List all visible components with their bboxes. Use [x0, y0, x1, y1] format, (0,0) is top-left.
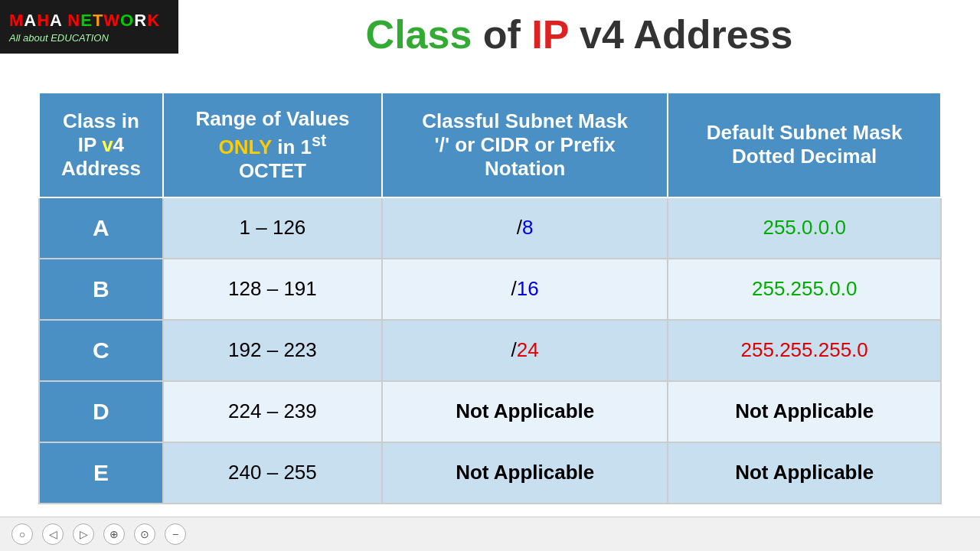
title-class: Class — [366, 12, 472, 57]
col-header-range: Range of Values ONLY in 1st OCTET — [163, 93, 382, 197]
col-header-class: Class in IP v4 Address — [39, 93, 163, 197]
logo: MAHA NETWORK All about EDUCATION — [0, 0, 178, 54]
brand-name: MAHA NETWORK — [9, 11, 160, 31]
tagline: All about EDUCATION — [9, 32, 109, 44]
toolbar-btn-target[interactable]: ⊙ — [134, 523, 155, 545]
cell-range-d: 224 – 239 — [163, 381, 382, 442]
table-row: A 1 – 126 /8 255.0.0.0 — [39, 197, 941, 259]
title-v4: v4 Address — [569, 12, 793, 57]
cell-range-b: 128 – 191 — [163, 259, 382, 320]
col-header-cidr: Classful Subnet Mask '/' or CIDR or Pref… — [382, 93, 668, 197]
table-row: B 128 – 191 /16 255.255.0.0 — [39, 259, 941, 320]
cell-cidr-c: /24 — [382, 320, 668, 381]
toolbar-btn-plus[interactable]: ⊕ — [103, 523, 125, 545]
table-header-row: Class in IP v4 Address Range of Values O… — [39, 93, 941, 197]
cell-default-b: 255.255.0.0 — [668, 259, 941, 320]
cell-default-e: Not Applicable — [668, 442, 941, 504]
cell-range-a: 1 – 126 — [163, 197, 382, 259]
cell-default-c: 255.255.255.0 — [668, 320, 941, 381]
table-container: Class in IP v4 Address Range of Values O… — [38, 92, 942, 505]
toolbar-btn-circle[interactable]: ○ — [11, 523, 33, 545]
cell-class-b: B — [39, 259, 163, 320]
cell-class-e: E — [39, 442, 163, 504]
table-row: D 224 – 239 Not Applicable Not Applicabl… — [39, 381, 941, 442]
cell-class-c: C — [39, 320, 163, 381]
col-header-default: Default Subnet Mask Dotted Decimal — [668, 93, 941, 197]
toolbar-btn-minus[interactable]: − — [165, 523, 186, 545]
cell-class-d: D — [39, 381, 163, 442]
title-ip: IP — [531, 12, 568, 57]
ip-class-table: Class in IP v4 Address Range of Values O… — [38, 92, 942, 504]
cell-cidr-e: Not Applicable — [382, 442, 668, 504]
toolbar-btn-forward[interactable]: ▷ — [73, 523, 94, 545]
cell-cidr-b: /16 — [382, 259, 668, 320]
title-of: of — [472, 12, 531, 57]
cell-class-a: A — [39, 197, 163, 259]
page-title: Class of IP v4 Address — [178, 8, 980, 57]
bottom-toolbar: ○ ◁ ▷ ⊕ ⊙ − — [0, 517, 980, 551]
cell-cidr-a: /8 — [382, 197, 668, 259]
cell-cidr-d: Not Applicable — [382, 381, 668, 442]
cell-default-d: Not Applicable — [668, 381, 941, 442]
cell-range-e: 240 – 255 — [163, 442, 382, 504]
cell-range-c: 192 – 223 — [163, 320, 382, 381]
table-row: E 240 – 255 Not Applicable Not Applicabl… — [39, 442, 941, 504]
toolbar-btn-back[interactable]: ◁ — [42, 523, 64, 545]
table-row: C 192 – 223 /24 255.255.255.0 — [39, 320, 941, 381]
cell-default-a: 255.0.0.0 — [668, 197, 941, 259]
